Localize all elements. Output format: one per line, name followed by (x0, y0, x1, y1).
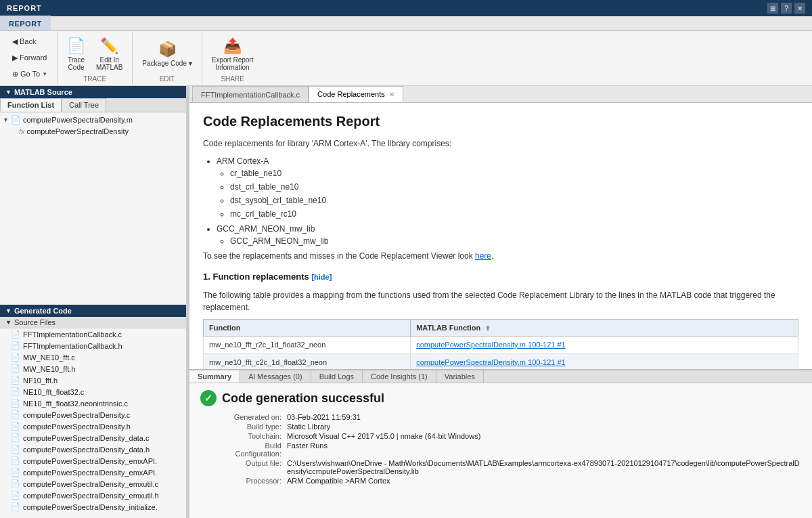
content-area: Code Replacements Report Code replacemen… (189, 103, 812, 369)
file-doc-icon: 📄 (11, 491, 20, 500)
file-doc-icon: 📄 (11, 364, 20, 373)
sort-icon: ⬆ (485, 325, 491, 332)
file-item[interactable]: 📄FFTImplementationCallback.h (0, 340, 186, 351)
arm-sub-item: dst_sysobj_crl_table_ne10 (230, 194, 798, 207)
generated-code-header[interactable]: ▼ Generated Code (0, 305, 186, 317)
arm-sub-item: mc_crl_table_rc10 (230, 208, 798, 220)
file-doc-icon: 📄 (11, 387, 20, 396)
back-button[interactable]: ◀ Back (8, 34, 51, 49)
file-item[interactable]: 📄NF10_fft.h (0, 374, 186, 386)
left-panel-tabs: Function List Call Tree (0, 98, 186, 112)
file-item[interactable]: 📄computePowerSpectralDensity_data.h (0, 444, 186, 455)
file-item[interactable]: 📄MW_NE10_fft.h (0, 363, 186, 374)
file-doc-icon: 📄 (11, 353, 20, 362)
output-file-value: C:\Users\vvishwan\OneDrive - MathWorks\D… (287, 459, 801, 475)
tree-arrow-2 (11, 128, 19, 135)
window-controls: ⊞ ? ✕ (767, 3, 805, 14)
goto-icon: ⊕ (12, 70, 18, 79)
package-code-button[interactable]: 📦 Package Code ▾ (138, 35, 196, 73)
toolchain-label: Toolchain: (200, 432, 281, 440)
file-item[interactable]: 📄FFTImplementationCallback.c (0, 328, 186, 340)
tab-bar: FFTImplementationCallback.c Code Replace… (189, 86, 812, 103)
build-logs-tab[interactable]: Build Logs (311, 370, 363, 383)
share-label: SHARE (208, 74, 258, 83)
tab-fft-impl[interactable]: FFTImplementationCallback.c (192, 86, 309, 102)
build-type-label: Build type: (200, 423, 281, 431)
output-file-label: Output file: (200, 459, 281, 475)
file-item[interactable]: 📄computePowerSpectralDensity_emxAPI. (0, 467, 186, 478)
help-icon[interactable]: ? (781, 3, 792, 14)
collapse-arrow[interactable]: ▼ (5, 89, 12, 95)
title-bar: REPORT ⊞ ? ✕ (0, 0, 812, 16)
report-body: Code replacements for library 'ARM Corte… (203, 137, 798, 369)
tab-close-icon[interactable]: ✕ (389, 91, 394, 98)
goto-dropdown-arrow: ▼ (42, 71, 47, 77)
file-item[interactable]: 📄NE10_fft_float32.neonintrinsic.c (0, 397, 186, 409)
gen-code-arrow: ▼ (5, 307, 12, 314)
func-cell: mw_ne10_fft_r2c_1d_float32_neon (204, 337, 411, 354)
file-item[interactable]: 📄computePowerSpectralDensity_emxutil.c (0, 478, 186, 490)
ribbon-content: ◀ Back ▶ Forward ⊕ Go To ▼ 🔍 Find (0, 31, 812, 85)
trace-label: TRACE (63, 74, 127, 83)
ribbon: REPORT ◀ Back ▶ Forward ⊕ Go To (0, 16, 812, 86)
export-report-button[interactable]: 📤 Export Report Information (208, 35, 258, 73)
processor-label: Processor: (200, 477, 281, 485)
matlab-link[interactable]: computePowerSpectralDensity.m 100-121 #1 (416, 358, 566, 366)
close-icon[interactable]: ✕ (794, 3, 805, 14)
file-doc-icon: 📄 (11, 433, 20, 442)
arm-sub-list: cr_table_ne10 dst_crl_table_ne10 dst_sys… (230, 167, 798, 220)
file-item[interactable]: 📄computePowerSpectralDensity_initialize. (0, 501, 186, 513)
edit-buttons: 📦 Package Code ▾ (138, 34, 196, 74)
matlab-link[interactable]: computePowerSpectralDensity.m 100-121 #1 (416, 341, 566, 349)
title-label: REPORT (7, 4, 42, 12)
generated-on-value: 03-Feb-2021 11:59:31 (287, 413, 801, 421)
replacements-table: Function MATLAB Function ⬆ mw_ne10_fft_r… (203, 319, 798, 370)
tree-arrow: ▼ (3, 116, 11, 123)
trace-code-button[interactable]: 📄 Trace Code (63, 35, 89, 73)
forward-button[interactable]: ▶ Forward (8, 50, 51, 65)
viewer-link[interactable]: here (475, 251, 491, 261)
edit-in-matlab-button[interactable]: ✏️ Edit In MATLAB (92, 35, 127, 73)
tree-item-function[interactable]: fx computePowerSpectralDensity (0, 126, 186, 137)
call-tree-tab[interactable]: Call Tree (62, 98, 106, 112)
file-doc-icon: 📄 (11, 468, 20, 477)
file-item[interactable]: 📄computePowerSpectralDensity_emxAPI. (0, 455, 186, 467)
file-item[interactable]: 📄computePowerSpectralDensity.c (0, 409, 186, 420)
info-grid: Generated on: 03-Feb-2021 11:59:31 Build… (200, 413, 801, 485)
table-row: mw_ne10_fft_c2c_1d_float32_neoncomputePo… (204, 353, 798, 369)
arm-sub-item: dst_crl_table_ne10 (230, 181, 798, 193)
toolchain-value: Microsoft Visual C++ 2017 v15.0 | nmake … (287, 432, 801, 440)
section-1-desc: The following table provides a mapping f… (203, 289, 798, 314)
variables-tab[interactable]: Variables (436, 370, 484, 383)
col-function: Function (204, 319, 411, 337)
tree-item-file[interactable]: ▼ 📄 computePowerSpectralDensity.m (0, 114, 186, 126)
hide-link[interactable]: [hide] (311, 273, 332, 281)
file-item[interactable]: 📄MW_NE10_fft.c (0, 351, 186, 363)
table-header-row: Function MATLAB Function ⬆ (204, 319, 798, 337)
source-files-header[interactable]: ▼ Source Files (0, 317, 186, 328)
bottom-panel: Summary Al Messages (0) Build Logs Code … (189, 369, 812, 518)
ribbon-tab-report[interactable]: REPORT (0, 16, 51, 30)
gcc-sub-list: GCC_ARM_NEON_mw_lib (230, 235, 798, 247)
al-messages-tab[interactable]: Al Messages (0) (240, 370, 311, 383)
bottom-content: ✓ Code generation successful Generated o… (189, 383, 812, 518)
tab-code-replacements[interactable]: Code Replacements ✕ (309, 86, 403, 102)
package-icon: 📦 (158, 41, 177, 58)
library-item-gcc: GCC_ARM_NEON_mw_lib GCC_ARM_NEON_mw_lib (217, 223, 798, 247)
file-item[interactable]: 📄computePowerSpectralDensity.h (0, 420, 186, 432)
code-insights-tab[interactable]: Code Insights (1) (363, 370, 436, 383)
goto-button[interactable]: ⊕ Go To ▼ (8, 66, 51, 81)
back-icon: ◀ (12, 37, 18, 46)
main-area: ▼ MATLAB Source Function List Call Tree … (0, 86, 812, 518)
file-item[interactable]: 📄computePowerSpectralDensity_data.c (0, 432, 186, 444)
edit-icon: ✏️ (100, 37, 118, 55)
arm-sub-item: cr_table_ne10 (230, 167, 798, 179)
file-list: 📄FFTImplementationCallback.c 📄FFTImpleme… (0, 328, 186, 518)
export-icon: 📤 (223, 37, 242, 55)
file-item[interactable]: 📄NE10_fft_float32.c (0, 386, 186, 397)
grid-icon[interactable]: ⊞ (767, 3, 778, 14)
summary-tab[interactable]: Summary (189, 370, 240, 383)
file-item[interactable]: 📄computePowerSpectralDensity_emxutil.h (0, 490, 186, 501)
file-doc-icon: 📄 (11, 330, 20, 339)
function-list-tab[interactable]: Function List (0, 98, 62, 112)
